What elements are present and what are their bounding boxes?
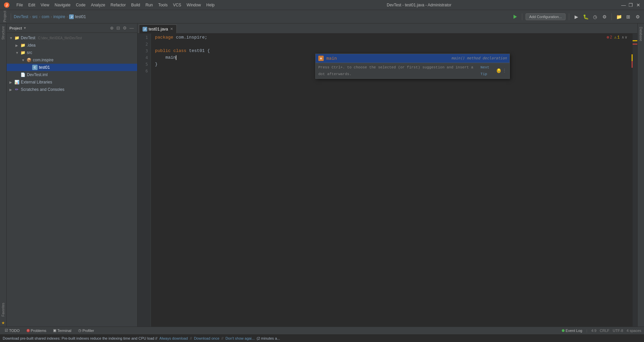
favorites-tab[interactable]: Favorites <box>1 300 6 319</box>
prev-error-arrow[interactable]: ∧ <box>622 34 624 41</box>
download-once-link[interactable]: Download once <box>194 336 219 340</box>
restore-button[interactable]: ❐ <box>629 3 633 7</box>
close-button[interactable]: ✕ <box>636 3 641 7</box>
autocomplete-options-icon[interactable]: ⋮ <box>502 67 507 74</box>
run-button[interactable]: ▶ <box>573 13 580 20</box>
menu-code[interactable]: Code <box>73 2 88 8</box>
breadcrumb-test01[interactable]: test01 <box>75 14 86 19</box>
menu-tools[interactable]: Tools <box>156 2 170 8</box>
idea-label: .idea <box>27 43 36 48</box>
profiler-tab[interactable]: ◷ Profiler <box>76 328 96 333</box>
warning-count: ⚠ 1 <box>614 34 620 41</box>
menu-window[interactable]: Window <box>184 2 203 8</box>
title-bar-left: J File Edit View Navigate Code Analyze R… <box>3 2 217 8</box>
menu-view[interactable]: View <box>38 2 52 8</box>
code-line-3: public class test01 { <box>155 48 633 54</box>
project-tree: ▼ 📁 DevTest C:\dev_file\IDEA_file\DevTes… <box>7 33 137 327</box>
editor-content[interactable]: 1 2 3 4 5 6 package com.inspire; public … <box>138 34 637 327</box>
coverage-button[interactable]: ◷ <box>591 13 599 20</box>
add-configuration-button[interactable]: Add Configuration... <box>526 13 566 20</box>
breadcrumb-inspire[interactable]: inspire <box>53 14 65 19</box>
text-cursor <box>176 55 176 60</box>
breadcrumb-devtest[interactable]: DevTest <box>14 14 28 19</box>
tab-java-icon: J <box>143 27 147 32</box>
menu-file[interactable]: File <box>14 2 25 8</box>
breadcrumb-java-icon: J <box>69 14 74 19</box>
left-tabs: Structure Favorites ★ <box>0 23 7 327</box>
autocomplete-popup[interactable]: m main main() method declaration Press C… <box>315 54 510 79</box>
minimize-button[interactable]: — <box>621 3 626 7</box>
debug-button[interactable]: 🐛 <box>582 13 589 20</box>
autocomplete-hint-bar: Press Ctrl+. to choose the selected (or … <box>316 63 509 78</box>
event-log-btn[interactable]: Event Log <box>562 329 582 333</box>
menu-vcs[interactable]: VCS <box>171 2 184 8</box>
tree-external-libraries[interactable]: ▶ 📊 External Libraries <box>7 78 137 86</box>
profile-button[interactable]: ⚙ <box>601 13 608 20</box>
terminal-label: Terminal <box>57 329 71 333</box>
collapse-all-icon[interactable]: ⊟ <box>116 25 121 31</box>
locate-icon[interactable]: ⊕ <box>109 25 114 31</box>
menu-refactor[interactable]: Refactor <box>108 2 128 8</box>
window-title: DevTest - test01.java - Administrator <box>387 3 451 7</box>
tree-package-com-inspire[interactable]: ▼ 📦 com.inspire <box>7 56 137 64</box>
package-label: com.inspire <box>33 58 53 62</box>
toolbar: Project DevTest › src › com › inspire › … <box>0 10 644 23</box>
dont-show-link[interactable]: Don't show agai... <box>225 336 255 340</box>
file-test01-label: test01 <box>39 65 50 70</box>
java-file-icon: C <box>32 65 38 70</box>
project-dropdown-icon[interactable]: ▼ <box>23 26 26 30</box>
menu-build[interactable]: Build <box>129 2 143 8</box>
autocomplete-item-description: main() method declaration <box>451 55 507 62</box>
encoding[interactable]: UTF-8 <box>613 329 623 333</box>
code-editor[interactable]: package com.inspire; public class test01… <box>151 34 633 327</box>
title-bar-controls: — ❐ ✕ <box>621 3 641 7</box>
run-green-button[interactable] <box>511 13 519 20</box>
breadcrumb-src[interactable]: src <box>32 14 38 19</box>
tab-test01[interactable]: J test01.java ✕ <box>139 24 177 33</box>
menu-help[interactable]: Help <box>204 2 217 8</box>
next-tip-link[interactable]: Next Tip <box>481 64 496 77</box>
tree-scratches[interactable]: ▶ ✏ Scratches and Consoles <box>7 86 137 93</box>
tree-idea-folder[interactable]: ▶ 📁 .idea <box>7 42 137 49</box>
menu-run[interactable]: Run <box>143 2 155 8</box>
event-log-label: Event Log <box>566 329 582 333</box>
cursor-position[interactable]: 4:9 <box>591 329 596 333</box>
structure-tab[interactable]: Structure <box>1 23 6 43</box>
tree-options-icon[interactable]: ⚙ <box>122 25 127 31</box>
tab-label: test01.java <box>149 27 168 32</box>
next-error-arrow[interactable]: ∨ <box>625 34 627 41</box>
menu-navigate[interactable]: Navigate <box>52 2 73 8</box>
tree-root-devtest[interactable]: ▼ 📁 DevTest C:\dev_file\IDEA_file\DevTes… <box>7 34 137 42</box>
settings-button[interactable]: ⚙ <box>634 13 641 20</box>
problems-tab[interactable]: ! Problems <box>24 328 48 333</box>
notification-time: (2 minutes a... <box>257 336 280 340</box>
profiler-icon: ◷ <box>78 328 82 333</box>
autocomplete-method-icon: m <box>318 56 324 61</box>
vcs-button[interactable]: 📁 <box>615 13 623 20</box>
navigation-arrows: ∧ ∨ <box>622 34 627 41</box>
todo-label: TODO <box>9 329 20 333</box>
code-line-2 <box>155 41 633 48</box>
autocomplete-item-main[interactable]: m main main() method declaration <box>316 54 509 63</box>
layout-button[interactable]: ⊞ <box>625 13 632 20</box>
project-panel: Project ▼ ⊕ ⊟ ⚙ — ▼ 📁 DevTest C:\dev_fil… <box>7 23 138 327</box>
always-download-link[interactable]: Always download <box>159 336 188 340</box>
right-sidebar: Database <box>637 23 644 327</box>
line-ending[interactable]: CRLF <box>600 329 609 333</box>
tab-close-button[interactable]: ✕ <box>170 27 173 31</box>
tree-file-test01[interactable]: C test01 <box>7 64 137 71</box>
package-icon: 📦 <box>26 57 32 63</box>
star-icon[interactable]: ★ <box>1 319 5 327</box>
database-tab[interactable]: Database <box>638 25 643 43</box>
right-gutter[interactable] <box>633 34 637 327</box>
terminal-tab[interactable]: ▣ Terminal <box>51 328 73 333</box>
todo-tab[interactable]: ☑ TODO <box>3 328 22 333</box>
tree-file-devtest-iml[interactable]: 📄 DevTest.iml <box>7 71 137 78</box>
breadcrumb-com[interactable]: com <box>42 14 49 19</box>
menu-edit[interactable]: Edit <box>26 2 38 8</box>
svg-text:J: J <box>6 3 8 7</box>
tree-src-folder[interactable]: ▼ 📁 src <box>7 49 137 56</box>
menu-analyze[interactable]: Analyze <box>89 2 108 8</box>
indent[interactable]: 4 spaces <box>627 329 641 333</box>
panel-minimize-icon[interactable]: — <box>129 25 135 31</box>
